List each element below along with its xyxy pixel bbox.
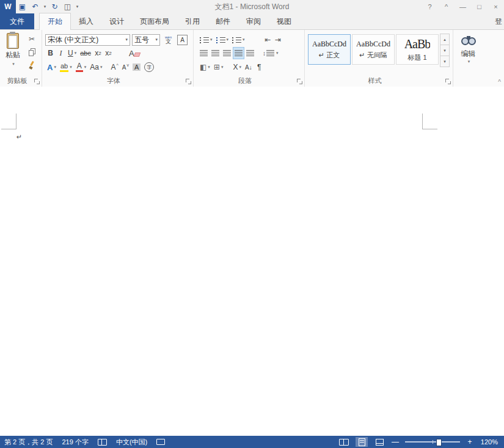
clear-formatting-button[interactable]: A	[127, 47, 141, 59]
maximize-button[interactable]: □	[471, 0, 488, 13]
text-effects-button[interactable]: A ▾	[45, 61, 58, 73]
zoom-slider-center-tick	[433, 440, 433, 444]
redo-button[interactable]: ↻	[48, 0, 61, 13]
tab-home[interactable]: 开始	[39, 13, 71, 30]
document-area[interactable]: ↵	[0, 87, 504, 436]
styles-dialog-launcher[interactable]	[445, 79, 451, 84]
justify-button[interactable]	[233, 47, 244, 59]
align-center-button[interactable]	[210, 47, 221, 59]
tab-design[interactable]: 设计	[101, 13, 132, 29]
tab-review[interactable]: 审阅	[238, 13, 269, 29]
font-color-button[interactable]: A ▾	[74, 61, 89, 73]
clipboard-dialog-launcher[interactable]	[34, 79, 40, 84]
italic-button[interactable]: I	[56, 47, 66, 59]
touch-mode-button[interactable]: ◫	[61, 0, 74, 13]
zoom-slider[interactable]	[405, 441, 460, 443]
editing-button[interactable]: 编辑 ▾	[455, 34, 482, 75]
font-color-icon: A	[76, 62, 83, 72]
style-normal[interactable]: AaBbCcDd ↵ 正文	[308, 34, 351, 65]
collapse-ribbon-button[interactable]: ^	[498, 79, 501, 85]
decrease-indent-button[interactable]: ⇤	[263, 34, 273, 46]
chevron-down-icon: ▾	[468, 59, 470, 64]
text-highlight-color-button[interactable]: ab ▾	[58, 61, 74, 73]
increase-indent-button[interactable]: ⇥	[273, 34, 283, 46]
phonetic-guide-button[interactable]: wén 文	[163, 34, 173, 46]
input-mode-indicator[interactable]	[156, 439, 165, 445]
copy-button[interactable]	[26, 46, 38, 57]
styles-scroll-down-button[interactable]: ▾	[440, 45, 450, 56]
sign-in-link[interactable]: 登	[495, 16, 502, 27]
show-hide-marks-button[interactable]: ¶	[254, 61, 265, 73]
enclose-characters-button[interactable]: 字	[142, 61, 156, 73]
grow-font-button[interactable]: A^	[109, 61, 120, 73]
minimize-button[interactable]: —	[455, 0, 471, 13]
help-button[interactable]: ?	[422, 0, 438, 13]
highlight-icon: ab	[60, 62, 68, 71]
font-name-select[interactable]: 宋体 (中文正文) ▾	[45, 34, 130, 46]
tab-file[interactable]: 文件	[0, 13, 34, 29]
change-case-button[interactable]: Aa ▾	[88, 61, 104, 73]
asian-layout-button[interactable]: X▾	[231, 61, 243, 73]
sort-button[interactable]: A↓	[243, 61, 254, 73]
undo-button[interactable]: ↶	[29, 0, 42, 13]
distribute-button[interactable]	[244, 47, 256, 59]
underline-button[interactable]: U ▾	[66, 47, 78, 59]
tab-insert[interactable]: 插入	[71, 13, 101, 29]
character-border-button[interactable]: A	[175, 34, 189, 46]
tab-mailings[interactable]: 邮件	[208, 13, 238, 29]
zoom-in-button[interactable]: +	[466, 438, 474, 446]
style-name: ↵ 无间隔	[359, 51, 387, 60]
undo-dropdown-icon[interactable]: ▾	[42, 0, 48, 13]
zoom-slider-thumb[interactable]	[436, 439, 442, 446]
tab-page-layout[interactable]: 页面布局	[132, 13, 177, 29]
bullets-button[interactable]: ▾	[198, 34, 214, 46]
paragraph-mark: ↵	[16, 133, 22, 141]
pilcrow-icon: ¶	[257, 63, 261, 71]
save-button[interactable]: ▣	[16, 0, 29, 13]
web-layout-icon	[376, 439, 384, 446]
tab-references[interactable]: 引用	[177, 13, 208, 29]
font-size-select[interactable]: 五号 ▾	[132, 34, 160, 46]
read-mode-button[interactable]	[338, 437, 350, 447]
language-indicator[interactable]: 中文(中国)	[116, 438, 147, 447]
customize-qat-button[interactable]: ▾	[74, 0, 81, 13]
font-dialog-launcher[interactable]	[186, 79, 191, 84]
sort-arrow-icon: ↓	[249, 64, 252, 71]
line-spacing-button[interactable]: ↕ ▾	[261, 47, 280, 59]
shrink-font-button[interactable]: Av	[120, 61, 131, 73]
web-layout-button[interactable]	[373, 437, 385, 447]
superscript-button[interactable]: x2	[103, 47, 114, 59]
ribbon-display-options-button[interactable]: ^	[438, 0, 455, 13]
strikethrough-button[interactable]: abc	[78, 47, 93, 59]
format-painter-button[interactable]	[26, 59, 38, 70]
style-name: ↵ 正文	[319, 51, 340, 60]
paragraph-dialog-launcher[interactable]	[297, 79, 302, 84]
styles-more-button[interactable]: ▾	[440, 56, 450, 67]
multilevel-list-icon	[232, 37, 241, 43]
numbering-button[interactable]: ▾	[214, 34, 231, 46]
page-number-indicator[interactable]: 第 2 页，共 2 页	[4, 438, 53, 447]
zoom-level-indicator[interactable]: 120%	[480, 438, 498, 446]
word-logo-icon[interactable]: W	[0, 0, 16, 13]
print-layout-button[interactable]	[356, 437, 368, 447]
close-button[interactable]: ×	[488, 0, 504, 13]
borders-button[interactable]: ⊞▾	[212, 61, 225, 73]
shading-button[interactable]: ◧▾	[198, 61, 212, 73]
clipboard-group: 粘贴 ▾ ✂ 剪贴板	[0, 30, 42, 87]
character-shading-button[interactable]: A	[131, 61, 142, 73]
chevron-down-icon: ▾	[70, 65, 72, 70]
proofing-status-button[interactable]	[98, 439, 107, 446]
style-no-spacing[interactable]: AaBbCcDd ↵ 无间隔	[352, 34, 395, 65]
tab-view[interactable]: 视图	[269, 13, 299, 29]
multilevel-list-button[interactable]: ▾	[230, 34, 247, 46]
zoom-out-button[interactable]: —	[391, 438, 400, 446]
align-right-button[interactable]	[221, 47, 233, 59]
bold-button[interactable]: B	[45, 47, 56, 59]
align-left-button[interactable]	[198, 47, 210, 59]
styles-scroll-up-button[interactable]: ▴	[440, 34, 450, 45]
style-heading-1[interactable]: AaBb 标题 1	[396, 34, 439, 65]
subscript-button[interactable]: x2	[93, 47, 103, 59]
cut-button[interactable]: ✂	[26, 34, 38, 45]
word-count-indicator[interactable]: 219 个字	[62, 438, 88, 447]
paste-button[interactable]: 粘贴 ▾	[1, 33, 24, 72]
